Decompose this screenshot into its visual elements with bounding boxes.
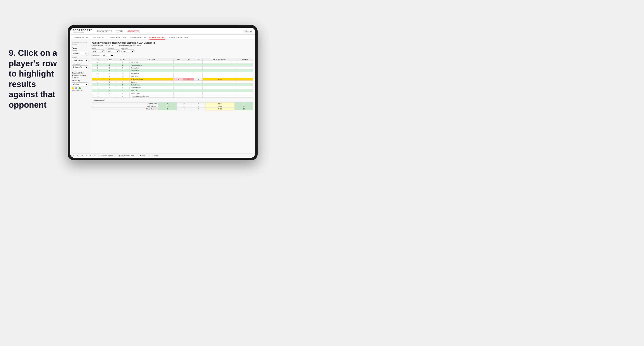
cell-1: 9 (103, 86, 116, 89)
cell-0: 14 (92, 81, 103, 83)
undo-button[interactable]: ↩ (72, 155, 75, 157)
cell-win (174, 86, 183, 89)
toolbar-sep-4: | (149, 154, 150, 157)
tab-player-summary[interactable]: PLAYER SUMMARY (130, 37, 146, 40)
legend-dots (72, 87, 88, 89)
radio-dot-selected (72, 75, 73, 76)
cell-win (174, 83, 183, 86)
cell-2: 2 (116, 64, 130, 66)
player-rank-select[interactable]: 8. Katelyn Vo (72, 65, 88, 69)
paste-button[interactable]: ⊕ (89, 155, 92, 157)
table-row[interactable]: 1585Stella Chang (92, 83, 253, 86)
opponents-filter-row: Opponents: (All) (92, 54, 253, 57)
table-row[interactable]: 131Jessica Huang010-3.002 (92, 78, 253, 81)
gender-select[interactable]: Women's (72, 52, 88, 55)
cell-2: 4 (116, 81, 130, 83)
tab-team-summary[interactable]: TEAM SUMMARY (74, 37, 88, 40)
share-button[interactable]: ↗ Share (151, 155, 159, 157)
tab-player-h2h-grid[interactable]: PLAYER H2H GRID (150, 37, 165, 40)
table-row[interactable]: 613Sydney Kuo (92, 66, 253, 69)
out-cell-1: 0 (177, 102, 191, 105)
copy-button[interactable]: ⧉ (85, 155, 88, 157)
tab-team-h2h-grid[interactable]: TEAM H2H GRID (92, 37, 105, 40)
col-win: Win (174, 58, 183, 61)
cell-1: 6 (103, 72, 116, 75)
cell-rounds (237, 92, 253, 95)
opponents-select[interactable]: (All) (101, 54, 114, 57)
colour-by-select[interactable]: Win/loss (72, 82, 88, 86)
table-row[interactable]: 19106Emily Chang (92, 92, 253, 95)
watch-button[interactable]: 👁 Watch (139, 155, 147, 157)
col-reg: # Reg (103, 58, 116, 61)
cell-1: 2 (103, 89, 116, 92)
cell-0: 20 (92, 95, 103, 98)
division-select[interactable]: NCAA Division III (72, 59, 88, 62)
table-row[interactable]: 1691Jessica Mason (92, 86, 253, 89)
out-of-division-table: Foreign Team1004.5002NAIA Division 11500… (92, 102, 253, 110)
out-cell-1: 0 (177, 105, 191, 108)
out-cell-3: 4.500 (206, 102, 235, 105)
cell-tie (194, 69, 202, 72)
out-cell-3: 9.267 (206, 105, 235, 108)
out-of-division-title: Out of division (92, 99, 253, 101)
table-row[interactable]: 1311Haeji Hyun (92, 75, 253, 78)
opponent-filter-select[interactable]: (All) (122, 49, 134, 53)
cell-opponent: Andrea York (130, 72, 174, 75)
cell-diff (202, 86, 237, 89)
view-icon: 👁 (101, 155, 103, 156)
cell-tie (194, 89, 202, 92)
nav-teams[interactable]: TEAMS (116, 30, 123, 33)
out-table-row: Foreign Team1004.5002 (92, 102, 253, 105)
main-content: Last Updated: 27/03/2024 16:55:28 Player… (70, 40, 255, 153)
conference-filter-select[interactable]: (All) (106, 49, 120, 53)
cell-loss (183, 61, 194, 64)
out-cell-1: 0 (177, 108, 191, 110)
table-row[interactable]: 522Alexis Sudjianto (92, 64, 253, 66)
table-row[interactable]: 1063Andrea York (92, 72, 253, 75)
region-filter-select[interactable]: (All) (92, 49, 105, 53)
out-team-name: NAIA Division 1 (92, 105, 158, 108)
refresh-button[interactable]: ↻ (94, 155, 96, 157)
annotation-container: 9. Click on a player's row to highlight … (9, 48, 61, 110)
table-row[interactable]: 1474Eunice Yi (92, 81, 253, 83)
sidebar: Last Updated: 27/03/2024 16:55:28 Player… (70, 40, 90, 153)
radio-dot-unselected (72, 77, 73, 78)
cell-rounds (237, 83, 253, 86)
toolbar-sep-1: | (98, 154, 99, 157)
radio-opponents-played[interactable]: Opponents Played (72, 75, 88, 76)
cell-diff (202, 72, 237, 75)
share-icon: ↗ (152, 155, 154, 157)
cell-win (174, 64, 183, 66)
nav-committee[interactable]: COMMITTEE (128, 30, 139, 33)
redo-button[interactable]: ↪ (76, 155, 79, 157)
table-row[interactable]: 20117Federica Domecq Lacroze (92, 95, 253, 98)
cell-loss (183, 86, 194, 89)
cell-opponent: Emily Chang (130, 92, 174, 95)
table-row[interactable]: 31Esther Lee (92, 61, 253, 64)
cell-tie (194, 95, 202, 98)
forward-button[interactable]: ⇥ (81, 155, 84, 157)
out-cell-2: 0 (191, 102, 205, 105)
cell-diff (202, 66, 237, 69)
table-row[interactable]: 914Sharon Mun (92, 69, 253, 72)
tab-player-h2h-heatmap[interactable]: PLAYER H2H HEATMAP (169, 37, 188, 40)
cell-1: 8 (103, 83, 116, 86)
toolbar-sep-2: | (116, 154, 116, 157)
cell-opponent: Jessica Mason (130, 86, 174, 89)
save-custom-button[interactable]: 💾 Save Custom View (118, 155, 135, 157)
tab-team-h2h-heatmap[interactable]: TEAM H2H HEATMAP (109, 37, 126, 40)
cell-loss (183, 66, 194, 69)
cell-win: 0 (174, 78, 183, 81)
sign-out-button[interactable]: Sign out (245, 30, 252, 32)
toolbar-sep-3: | (137, 154, 137, 157)
cell-tie (194, 75, 202, 78)
table-row[interactable]: 1822Euna Lee (92, 89, 253, 92)
cell-diff (202, 61, 237, 64)
view-original-button[interactable]: 👁 View: Original (100, 155, 114, 157)
nav-bar: SCOREBOARD Powered by clippd TOURNAMENTS… (70, 28, 255, 35)
cell-0: 10 (92, 72, 103, 75)
radio-top100[interactable]: Top 100 (72, 77, 88, 78)
cell-0: 9 (92, 69, 103, 72)
nav-tournaments[interactable]: TOURNAMENTS (97, 30, 112, 33)
cell-loss (183, 83, 194, 86)
